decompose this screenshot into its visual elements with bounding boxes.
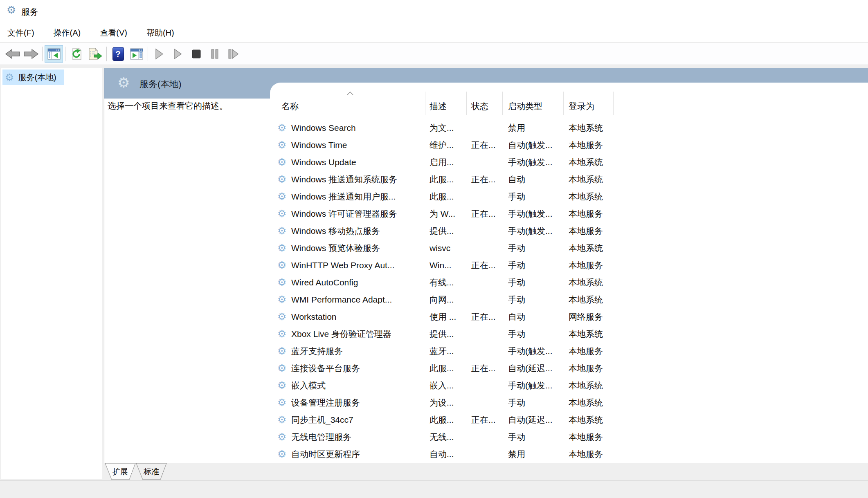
arrow-left-icon: [5, 49, 20, 59]
table-row[interactable]: ⚙ Windows 推送通知用户服... 此服... 手动 本地系统: [270, 188, 868, 205]
service-status: 正在...: [471, 308, 504, 325]
service-startup-type: 手动: [508, 274, 565, 291]
table-row[interactable]: ⚙ 连接设备平台服务 此服... 正在... 自动(延迟... 本地服务: [270, 360, 868, 377]
table-row[interactable]: ⚙ 嵌入模式 嵌入... 手动(触发... 本地系统: [270, 377, 868, 394]
service-startup-type: 手动(触发...: [508, 205, 565, 222]
menu-view[interactable]: 查看(V): [100, 27, 127, 38]
table-row[interactable]: ⚙ 蓝牙支持服务 蓝牙... 手动(触发... 本地服务: [270, 343, 868, 360]
service-startup-type: 手动(触发...: [508, 343, 565, 360]
service-gear-icon: ⚙: [277, 174, 286, 184]
service-description: 使用 ...: [430, 308, 468, 325]
toolbar-separator: [148, 47, 148, 61]
service-description: 蓝牙...: [430, 343, 468, 360]
service-description: 自动...: [430, 446, 468, 463]
service-status: [471, 188, 504, 205]
service-description: 提供...: [430, 325, 468, 343]
description-hint: 选择一个项目来查看它的描述。: [108, 100, 228, 112]
service-logon-as: 本地服务: [569, 446, 622, 463]
title-bar: ⚙ 服务: [0, 0, 868, 23]
table-row[interactable]: ⚙ Windows 许可证管理器服务 为 W... 正在... 手动(触发...…: [270, 205, 868, 222]
service-gear-icon: ⚙: [277, 432, 286, 442]
view-tabs: 扩展 标准: [105, 463, 268, 481]
service-logon-as: 本地服务: [569, 428, 622, 446]
resume-service-button[interactable]: [169, 45, 187, 63]
start-service-button[interactable]: [150, 45, 169, 63]
status-bar: [0, 480, 868, 498]
service-name: Windows Search: [291, 119, 426, 137]
table-row[interactable]: ⚙ Windows Update 启用... 手动(触发... 本地系统: [270, 154, 868, 171]
services-window: ⚙ 服务 文件(F) 操作(A) 查看(V) 帮助(H): [0, 0, 868, 498]
column-header-logon-as[interactable]: 登录为: [569, 101, 594, 112]
pause-service-button[interactable]: [205, 45, 224, 63]
menu-action[interactable]: 操作(A): [54, 27, 81, 38]
export-list-button[interactable]: [86, 45, 104, 63]
table-row[interactable]: ⚙ 自动时区更新程序 自动... 禁用 本地服务: [270, 446, 868, 463]
service-description: 有线...: [430, 274, 468, 291]
tab-standard-label[interactable]: 标准: [143, 467, 159, 476]
service-name: Windows Time: [291, 137, 426, 154]
service-gear-icon: ⚙: [277, 397, 286, 408]
service-status: 正在...: [471, 205, 504, 222]
service-description: 此服...: [430, 411, 468, 428]
service-description: 无线...: [430, 428, 468, 446]
service-status: 正在...: [471, 137, 504, 154]
service-name: 连接设备平台服务: [291, 360, 426, 377]
service-description: 启用...: [430, 154, 468, 171]
column-header-startup-type[interactable]: 启动类型: [508, 101, 542, 112]
table-row[interactable]: ⚙ Windows Search 为文... 禁用 本地系统: [270, 119, 868, 137]
show-action-pane-button[interactable]: [127, 45, 146, 63]
service-startup-type: 手动(触发...: [508, 154, 565, 171]
table-row[interactable]: ⚙ 同步主机_34cc7 此服... 正在... 自动(延迟... 本地系统: [270, 411, 868, 428]
forward-button[interactable]: [22, 45, 40, 63]
service-description: 此服...: [430, 360, 468, 377]
service-description: wisvc: [430, 240, 468, 257]
service-name: 嵌入模式: [291, 377, 426, 394]
service-logon-as: 本地系统: [569, 411, 622, 428]
table-row[interactable]: ⚙ Wired AutoConfig 有线... 手动 本地系统: [270, 274, 868, 291]
service-description: 此服...: [430, 171, 468, 188]
table-row[interactable]: ⚙ 无线电管理服务 无线... 手动 本地服务: [270, 428, 868, 446]
tab-extended-label[interactable]: 扩展: [112, 467, 128, 476]
service-gear-icon: ⚙: [277, 209, 286, 219]
service-logon-as: 本地服务: [569, 257, 622, 274]
service-name: 设备管理注册服务: [291, 394, 426, 411]
play-icon: [173, 48, 183, 60]
tree-item-label: 服务(本地): [18, 72, 56, 83]
show-console-tree-button[interactable]: [45, 45, 63, 63]
window-title: 服务: [21, 6, 38, 18]
refresh-button[interactable]: [67, 45, 86, 63]
menu-file[interactable]: 文件(F): [7, 27, 34, 38]
service-name: Windows 移动热点服务: [291, 222, 426, 240]
service-status: [471, 119, 504, 137]
service-name: Workstation: [291, 308, 426, 325]
service-status: [471, 428, 504, 446]
service-description: 为设...: [430, 394, 468, 411]
table-row[interactable]: ⚙ Windows 预览体验服务 wisvc 手动 本地系统: [270, 240, 868, 257]
menu-help[interactable]: 帮助(H): [146, 27, 174, 38]
service-gear-icon: ⚙: [277, 380, 286, 390]
column-header-name[interactable]: 名称: [281, 101, 299, 112]
restart-service-button[interactable]: [224, 45, 242, 63]
table-row[interactable]: ⚙ WinHTTP Web Proxy Aut... Win... 正在... …: [270, 257, 868, 274]
tree-item-services-local[interactable]: ⚙ 服务(本地): [2, 70, 64, 85]
back-button[interactable]: [3, 45, 22, 63]
table-row[interactable]: ⚙ Windows 推送通知系统服务 此服... 正在... 自动 本地系统: [270, 171, 868, 188]
table-row[interactable]: ⚙ Windows 移动热点服务 提供... 手动(触发... 本地服务: [270, 222, 868, 240]
service-status: [471, 291, 504, 308]
service-status: [471, 222, 504, 240]
service-description: 嵌入...: [430, 377, 468, 394]
service-status: 正在...: [471, 257, 504, 274]
help-button[interactable]: ?: [109, 45, 127, 63]
table-row[interactable]: ⚙ Xbox Live 身份验证管理器 提供... 手动 本地系统: [270, 325, 868, 343]
column-header-description[interactable]: 描述: [430, 101, 447, 112]
table-row[interactable]: ⚙ Windows Time 维护... 正在... 自动(触发... 本地服务: [270, 137, 868, 154]
table-row[interactable]: ⚙ 设备管理注册服务 为设... 手动 本地系统: [270, 394, 868, 411]
service-startup-type: 手动(触发...: [508, 222, 565, 240]
stop-service-button[interactable]: [187, 45, 205, 63]
toolbar: ?: [0, 43, 868, 65]
services-list: 名称 描述 状态 启动类型 登录为 ⚙ Windows Search 为文...…: [270, 83, 868, 463]
table-row[interactable]: ⚙ Workstation 使用 ... 正在... 自动 网络服务: [270, 308, 868, 325]
service-startup-type: 手动: [508, 257, 565, 274]
table-row[interactable]: ⚙ WMI Performance Adapt... 向网... 手动 本地系统: [270, 291, 868, 308]
column-header-status[interactable]: 状态: [471, 101, 488, 112]
